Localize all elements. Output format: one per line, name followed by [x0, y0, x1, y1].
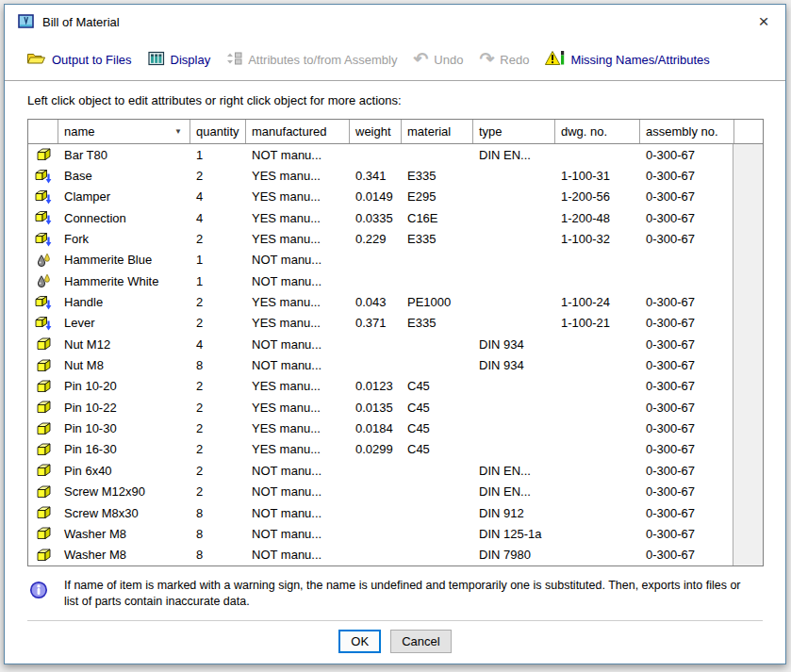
column-header-material[interactable]: material	[402, 120, 473, 143]
table-row[interactable]: Nut M8 8 NOT manu... DIN 934 0-300-67	[28, 354, 763, 375]
cell-name: Washer M8	[58, 527, 190, 541]
table-row[interactable]: Pin 10-30 2 YES manu... 0.0184 C45 0-300…	[28, 418, 763, 438]
cell-manufactured: YES manu...	[246, 211, 350, 225]
cell-dwg-no: 1-100-32	[555, 232, 640, 246]
sort-descending-icon: ▼	[174, 127, 182, 136]
table-row[interactable]: Lever 2 YES manu... 0.371 E335 1-100-21 …	[28, 313, 763, 334]
column-header-icon[interactable]	[28, 120, 58, 143]
table-header: name ▼ quantity manufactured weight mate…	[28, 120, 763, 144]
cell-assembly-no: 0-300-67	[640, 442, 734, 456]
cell-material: C45	[402, 401, 473, 415]
part-drawing-icon	[35, 169, 53, 184]
table-row[interactable]: Screw M8x30 8 NOT manu... DIN 912 0-300-…	[28, 502, 763, 523]
table-row[interactable]: Handle 2 YES manu... 0.043 PE1000 1-100-…	[28, 291, 763, 312]
attributes-to-from-assembly-button: Attributes to/from Assembly	[226, 51, 397, 69]
cell-assembly-no: 0-300-67	[640, 401, 734, 415]
cell-quantity: 2	[190, 464, 246, 478]
cell-manufactured: NOT manu...	[246, 337, 350, 352]
table-row[interactable]: Nut M12 4 NOT manu... DIN 934 0-300-67	[28, 334, 763, 354]
cell-assembly-no: 0-300-67	[640, 148, 734, 162]
part-drawing-icon	[35, 295, 53, 310]
cell-name: Base	[58, 169, 190, 183]
table-row[interactable]: Hammerite White 1 NOT manu...	[28, 270, 763, 291]
cell-manufactured: NOT manu...	[246, 253, 350, 267]
cell-manufactured: NOT manu...	[246, 527, 350, 541]
cell-material: PE1000	[402, 295, 473, 309]
table-row[interactable]: Connection 4 YES manu... 0.0335 C16E 1-2…	[28, 207, 763, 228]
cell-weight: 0.0184	[350, 421, 402, 435]
close-icon[interactable]: ×	[742, 5, 785, 39]
table-row[interactable]: Clamper 4 YES manu... 0.0149 E295 1-200-…	[28, 187, 763, 207]
ok-button[interactable]: OK	[338, 630, 381, 653]
note-text: If name of item is marked with a warning…	[64, 578, 741, 610]
part-icon	[36, 442, 52, 457]
cell-manufactured: YES manu...	[246, 442, 350, 456]
cell-assembly-no: 0-300-67	[640, 484, 734, 499]
cell-quantity: 4	[190, 211, 246, 225]
cell-name: Bar T80	[58, 148, 190, 162]
table-row[interactable]: Pin 16-30 2 YES manu... 0.0299 C45 0-300…	[28, 439, 763, 460]
display-button[interactable]: Display	[148, 51, 211, 69]
column-header-weight[interactable]: weight	[350, 120, 402, 143]
cell-type: DIN 125-1a	[473, 527, 555, 541]
column-header-assembly-no[interactable]: assembly no.	[640, 120, 734, 143]
column-header-name[interactable]: name ▼	[58, 120, 190, 143]
cell-type: DIN 7980	[473, 548, 555, 562]
table-row[interactable]: Pin 6x40 2 NOT manu... DIN EN... 0-300-6…	[28, 460, 763, 481]
redo-button: ↷ Redo	[479, 52, 529, 67]
titlebar[interactable]: Bill of Material ×	[5, 5, 785, 39]
part-icon	[36, 400, 52, 415]
part-drawing-icon	[35, 189, 53, 205]
part-icon	[36, 358, 52, 373]
cell-weight: 0.371	[350, 316, 402, 330]
table-row[interactable]: Pin 10-22 2 YES manu... 0.0135 C45 0-300…	[28, 397, 763, 418]
table-row[interactable]: Screw M12x90 2 NOT manu... DIN EN... 0-3…	[28, 482, 763, 502]
cell-material: C45	[402, 379, 473, 393]
cell-quantity: 8	[190, 358, 246, 372]
table-row[interactable]: Bar T80 1 NOT manu... DIN EN... 0-300-67	[28, 144, 763, 165]
toolbar-label: Missing Names/Attributes	[570, 53, 709, 67]
cell-name: Pin 10-30	[58, 421, 190, 435]
column-header-quantity[interactable]: quantity	[190, 120, 246, 143]
table-row[interactable]: Hammerite Blue 1 NOT manu...	[28, 250, 763, 270]
cell-assembly-no: 0-300-67	[640, 211, 734, 225]
toolbar-label: Display	[171, 53, 211, 67]
part-icon	[36, 526, 52, 541]
cell-name: Hammerite Blue	[58, 253, 190, 267]
table-row[interactable]: Washer M8 8 NOT manu... DIN 125-1a 0-300…	[28, 523, 763, 544]
cell-assembly-no: 0-300-67	[640, 232, 734, 246]
cell-weight: 0.0123	[350, 379, 402, 393]
table-row[interactable]: Washer M8 8 NOT manu... DIN 7980 0-300-6…	[28, 545, 763, 565]
cell-assembly-no: 0-300-67	[640, 358, 734, 372]
cell-weight: 0.0135	[350, 401, 402, 415]
cell-material: E335	[402, 169, 473, 183]
cell-manufactured: NOT manu...	[246, 484, 350, 499]
cell-quantity: 2	[190, 379, 246, 393]
part-icon	[36, 548, 52, 563]
missing-names-attributes-button[interactable]: Missing Names/Attributes	[545, 50, 709, 69]
cell-assembly-no: 0-300-67	[640, 506, 734, 520]
toolbar-label: Undo	[434, 53, 463, 67]
cell-manufactured: YES manu...	[246, 169, 350, 183]
cell-manufactured: YES manu...	[246, 295, 350, 309]
cell-material: C16E	[402, 211, 473, 225]
cell-material: C45	[402, 421, 473, 435]
instruction-text: Left click object to edit attributes or …	[27, 93, 763, 107]
part-icon	[36, 505, 52, 520]
cell-weight: 0.043	[350, 295, 402, 309]
button-separator	[27, 620, 763, 621]
cell-manufactured: YES manu...	[246, 316, 350, 330]
table-row[interactable]: Base 2 YES manu... 0.341 E335 1-100-31 0…	[28, 165, 763, 186]
column-header-type[interactable]: type	[473, 120, 555, 143]
column-header-manufactured[interactable]: manufactured	[246, 120, 350, 143]
column-header-dwg-no[interactable]: dwg. no.	[555, 120, 640, 143]
cell-name: Handle	[58, 295, 190, 309]
cancel-button[interactable]: Cancel	[390, 630, 451, 653]
cell-assembly-no: 0-300-67	[640, 527, 734, 541]
table-row[interactable]: Fork 2 YES manu... 0.229 E335 1-100-32 0…	[28, 228, 763, 249]
cell-quantity: 2	[190, 316, 246, 330]
cell-quantity: 8	[190, 506, 246, 520]
output-to-files-button[interactable]: Output to Files	[25, 51, 132, 69]
table-row[interactable]: Pin 10-20 2 YES manu... 0.0123 C45 0-300…	[28, 376, 763, 397]
table-scroll-area	[733, 144, 763, 565]
